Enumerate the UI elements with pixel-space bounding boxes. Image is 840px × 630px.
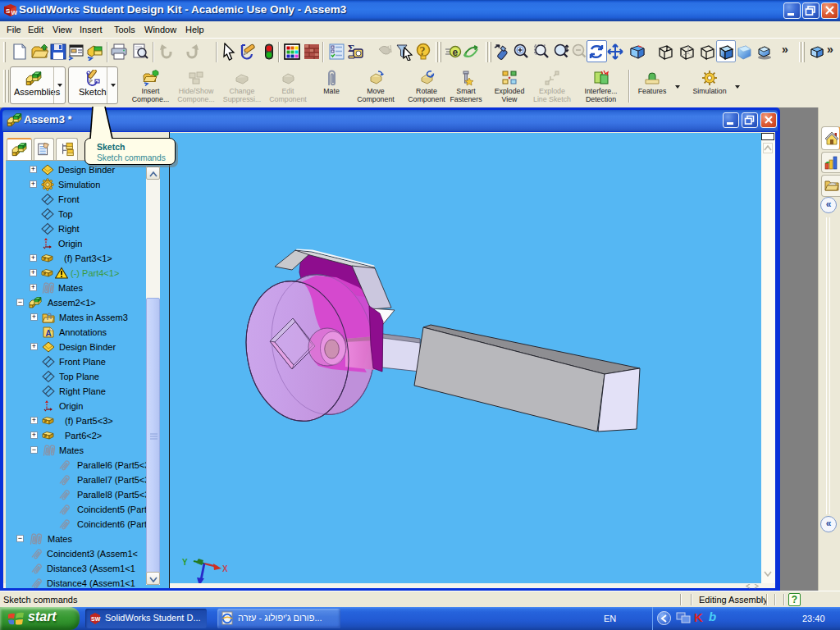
svg-text:Y: Y [182, 558, 188, 567]
svg-text:W: W [11, 9, 18, 16]
svg-text:S: S [6, 7, 11, 15]
svg-text:X: X [222, 564, 228, 573]
svg-text:SW: SW [91, 616, 101, 622]
svg-text:e: e [453, 47, 459, 58]
